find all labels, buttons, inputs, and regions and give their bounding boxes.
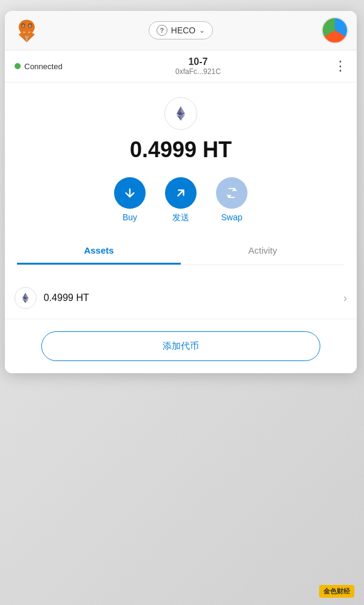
action-buttons: Buy 发送 Swap <box>114 177 248 223</box>
asset-item[interactable]: 0.4999 HT › <box>5 277 357 319</box>
add-token-section: 添加代币 <box>5 319 357 373</box>
account-info: 10-7 0xfaFc...921C <box>175 56 221 76</box>
tab-assets[interactable]: Assets <box>17 238 181 265</box>
assets-list: 0.4999 HT › <box>5 277 357 319</box>
send-icon <box>165 177 197 209</box>
tabs: Assets Activity <box>17 238 345 265</box>
network-selector[interactable]: ? HECO ⌄ <box>149 21 213 39</box>
swap-icon <box>216 177 248 209</box>
balance-display: 0.4999 HT <box>130 137 232 163</box>
more-options-button[interactable]: ⋮ <box>334 59 347 73</box>
send-button[interactable]: 发送 <box>165 177 197 223</box>
svg-point-13 <box>30 25 31 26</box>
add-token-button[interactable]: 添加代币 <box>41 331 320 361</box>
tab-activity[interactable]: Activity <box>181 238 345 265</box>
asset-chevron-icon: › <box>343 292 347 305</box>
asset-balance: 0.4999 HT <box>44 292 343 303</box>
buy-icon <box>114 177 146 209</box>
account-avatar[interactable] <box>322 17 348 44</box>
metamask-logo[interactable] <box>13 17 40 44</box>
header: ? HECO ⌄ <box>5 11 357 50</box>
account-address: 0xfaFc...921C <box>175 67 221 76</box>
network-name: HECO <box>171 25 195 35</box>
asset-eth-icon <box>15 287 36 309</box>
buy-label: Buy <box>123 212 137 222</box>
swap-label: Swap <box>221 212 242 222</box>
help-icon: ? <box>157 25 167 36</box>
watermark: 金色财经 <box>319 585 354 598</box>
metamask-popup: ? HECO ⌄ Connected 10-7 0xfaFc...921C ⋮ <box>5 11 357 373</box>
wallet-main: 0.4999 HT Buy 发送 <box>5 83 357 277</box>
account-name: 10-7 <box>175 56 221 67</box>
svg-point-12 <box>22 25 24 26</box>
connection-status: Connected <box>15 62 62 71</box>
account-bar: Connected 10-7 0xfaFc...921C ⋮ <box>5 50 357 83</box>
send-label: 发送 <box>172 212 189 223</box>
swap-button[interactable]: Swap <box>216 177 248 223</box>
buy-button[interactable]: Buy <box>114 177 146 223</box>
svg-marker-33 <box>22 299 25 303</box>
eth-token-icon <box>164 97 197 130</box>
connected-dot-icon <box>15 63 21 69</box>
svg-marker-32 <box>25 299 29 303</box>
connected-label: Connected <box>24 62 62 71</box>
chevron-down-icon: ⌄ <box>199 26 205 35</box>
